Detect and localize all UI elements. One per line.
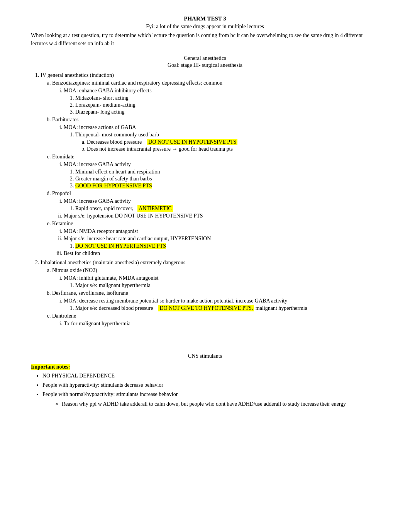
list-item-thiopental: Thiopental- most commonly used barb Decr…	[75, 132, 379, 152]
list-item-1e-ii: Major s/e: increase heart rate and cardi…	[64, 236, 379, 249]
list-item-1a-label: Benzodiazepines: minimal cardiac and res…	[52, 80, 222, 86]
list-item-1e-i: MOA: NMDA receptor antagonist	[64, 228, 379, 235]
roman-list-2a: MOA: inhibit glutamate, NMDA antagonist …	[52, 275, 379, 289]
decimal-1c-i: Minimal effect on heart and respiration …	[64, 169, 379, 189]
highlight-do-not-give-hypotensive: DO NOT GIVE TO HYPOTENSIVE PTS,	[158, 305, 254, 311]
cns-bullet-3: People with normal/hypoactivity: stimula…	[42, 390, 379, 408]
roman-list-1d: MOA: increase GABA activity Rapid onset,…	[52, 198, 379, 219]
list-item-2b-label: Desflurane, sevoflurane, isoflurane	[52, 290, 128, 296]
roman-list-1e: MOA: NMDA receptor antagonist Major s/e:…	[52, 228, 379, 257]
list-item-1b: Barbiturates MOA: increase actions of GA…	[52, 117, 379, 152]
roman-list-1b: MOA: increase actions of GABA Thiopental…	[52, 124, 379, 152]
list-item-1: IV general anesthetics (induction) Benzo…	[41, 72, 379, 257]
list-item-diazepam: Diazepam- long acting	[75, 109, 379, 115]
list-item-2c: Dantrolene Tx for malignant hyperthermia	[52, 313, 379, 327]
important-notes-label: Important notes:	[31, 364, 70, 370]
list-item-1a-i-label: MOA: enhance GABA inhibitory effects	[64, 88, 152, 93]
subtitle: Fyi: a lot of the same drugs appear in m…	[31, 24, 379, 30]
cns-circle-1: Reason why ppl w ADHD take adderall to c…	[62, 400, 379, 408]
list-item-1c-label: Etomidate	[52, 154, 75, 160]
alpha-list-1: Benzodiazepines: minimal cardiac and res…	[41, 80, 379, 257]
list-item-1a-i: MOA: enhance GABA inhibitory effects Mid…	[64, 88, 379, 115]
highlight-do-not-use-hypertensive: DO NOT USE IN HYPERTENSIVE PTS	[75, 243, 166, 249]
list-item-1c: Etomidate MOA: increase GABA activity Mi…	[52, 154, 379, 189]
list-item-desflurane-1: Major s/e: decreased blood pressure DO N…	[75, 305, 379, 311]
list-item-ketamine-1: DO NOT USE IN HYPERTENSIVE PTS	[75, 243, 379, 249]
list-item-2a: Nitrous oxide (NO2) MOA: inhibit glutama…	[52, 267, 379, 289]
list-item-etomidate-1: Minimal effect on heart and respiration	[75, 169, 379, 175]
decimal-2b-i: Major s/e: decreased blood pressure DO N…	[64, 305, 379, 311]
list-item-1e: Ketamine MOA: NMDA receptor antagonist M…	[52, 221, 379, 257]
list-item-1d-label: Propofol	[52, 190, 71, 196]
page-wrapper: PHARM TEST 3 Fyi: a lot of the same drug…	[23, 15, 387, 408]
list-item-1e-iii: Best for children	[64, 250, 379, 257]
list-item-1b-i-label: MOA: increase actions of GABA	[64, 124, 136, 130]
decimal-1a-i: Midazolam- short acting Lorazepam- mediu…	[64, 95, 379, 115]
cns-stimulants-section: CNS stimulants Important notes: NO PHYSI…	[31, 353, 379, 408]
list-item-etomidate-3: GOOD FOR HYPOTENSIVE PTS	[75, 183, 379, 189]
highlight-antiemetic: ANTIEMETIC	[137, 205, 173, 212]
list-item-lorazepam: Lorazepam- medium-acting	[75, 102, 379, 108]
roman-list-2c: Tx for malignant hyperthermia	[52, 321, 379, 327]
page-title: PHARM TEST 3	[31, 15, 379, 22]
list-item-1d: Propofol MOA: increase GABA activity Rap…	[52, 190, 379, 219]
list-item-2b: Desflurane, sevoflurane, isoflurane MOA:…	[52, 290, 379, 311]
cns-bullet-list: NO PHYSICAL DEPENDENCE People with hyper…	[31, 372, 379, 408]
list-item-2a-i: MOA: inhibit glutamate, NMDA antagonist …	[64, 275, 379, 289]
cns-stimulants-title: CNS stimulants	[31, 353, 379, 359]
cns-circle-list: Reason why ppl w ADHD take adderall to c…	[42, 400, 379, 408]
list-item-1c-i-label: MOA: increase GABA activity	[64, 161, 131, 167]
list-item-1b-label: Barbiturates	[52, 117, 78, 122]
roman-list-1a: MOA: enhance GABA inhibitory effects Mid…	[52, 88, 379, 115]
roman-list-1c: MOA: increase GABA activity Minimal effe…	[52, 161, 379, 189]
list-item-thiopental-b: Does not increase intracranial pressure …	[87, 146, 379, 152]
list-item-2a-label: Nitrous oxide (NO2)	[52, 267, 97, 273]
roman-list-2b: MOA: decrease resting membrane potential…	[52, 298, 379, 311]
list-item-1d-ii: Major s/e: hypotension DO NOT USE IN HYP…	[64, 213, 379, 219]
list-item-1c-i: MOA: increase GABA activity Minimal effe…	[64, 161, 379, 189]
cns-important-wrapper: Important notes:	[31, 364, 379, 370]
list-item-2: Inhalational anesthetics (maintain anest…	[41, 260, 379, 327]
alpha-sub-thiopental: Decreases blood pressure DO NOT USE IN H…	[75, 139, 379, 152]
list-item-1b-i: MOA: increase actions of GABA Thiopental…	[64, 124, 379, 152]
list-item-2c-label: Dantrolene	[52, 313, 76, 319]
general-anesthetics-title: General anesthetics	[31, 55, 379, 61]
decimal-1e-ii: DO NOT USE IN HYPERTENSIVE PTS	[64, 243, 379, 249]
list-item-2b-i: MOA: decrease resting membrane potential…	[64, 298, 379, 311]
list-item-no2-1: Major s/e: malignant hyperthermia	[75, 282, 379, 289]
list-item-2c-i: Tx for malignant hyperthermia	[64, 321, 379, 327]
intro-text: When looking at a test question, try to …	[31, 31, 379, 48]
decimal-1b-i: Thiopental- most commonly used barb Decr…	[64, 132, 379, 152]
cns-bullet-1: NO PHYSICAL DEPENDENCE	[42, 372, 379, 380]
general-anesthetics-goal: Goal: stage III- surgical anesthesia	[31, 62, 379, 68]
list-item-propofol-1: Rapid onset, rapid recover, ANTIEMETIC	[75, 206, 379, 212]
highlight-do-not-use-hypotensive: DO NOT USE IN HYPOTENSIVE PTS	[147, 139, 237, 145]
alpha-list-2: Nitrous oxide (NO2) MOA: inhibit glutama…	[41, 267, 379, 327]
list-item-2-label: Inhalational anesthetics (maintain anest…	[41, 260, 185, 265]
list-item-midazolam: Midazolam- short acting	[75, 95, 379, 101]
list-item-1e-label: Ketamine	[52, 221, 73, 226]
list-item-1d-i: MOA: increase GABA activity Rapid onset,…	[64, 198, 379, 212]
cns-bullet-2: People with hyperactivity: stimulants de…	[42, 381, 379, 389]
list-item-1-label: IV general anesthetics (induction)	[41, 72, 114, 78]
main-list: IV general anesthetics (induction) Benzo…	[31, 72, 379, 327]
list-item-thiopental-a: Decreases blood pressure DO NOT USE IN H…	[87, 139, 379, 145]
divider	[31, 330, 379, 342]
decimal-2a-i: Major s/e: malignant hyperthermia	[64, 282, 379, 289]
decimal-1d-i: Rapid onset, rapid recover, ANTIEMETIC	[64, 206, 379, 212]
list-item-etomidate-2: Greater margin of safety than barbs	[75, 176, 379, 182]
list-item-1a: Benzodiazepines: minimal cardiac and res…	[52, 80, 379, 115]
